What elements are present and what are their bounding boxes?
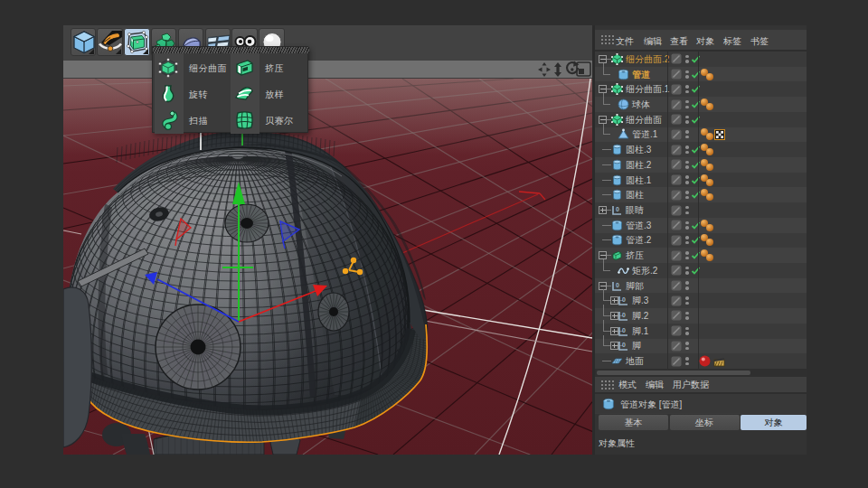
svg-text:0: 0 <box>622 342 626 348</box>
svg-text:0: 0 <box>622 296 626 303</box>
svg-text:0: 0 <box>622 327 626 333</box>
svg-text:0: 0 <box>616 282 619 288</box>
svg-text:0: 0 <box>616 206 619 212</box>
svg-text:0: 0 <box>622 312 626 318</box>
